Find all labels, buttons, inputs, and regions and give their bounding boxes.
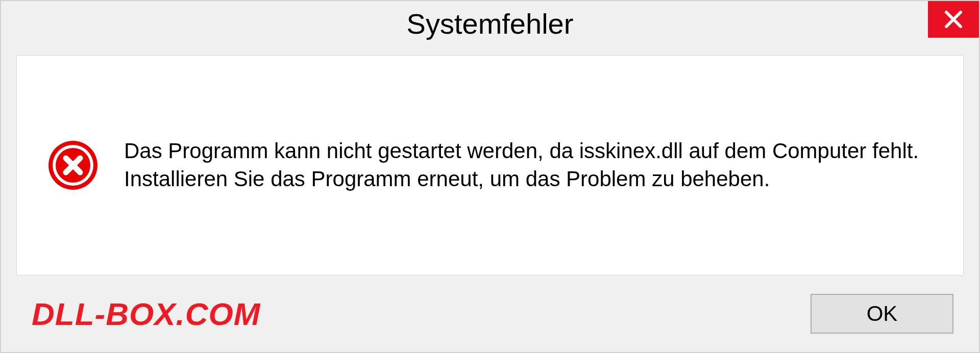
error-message: Das Programm kann nicht gestartet werden… bbox=[124, 137, 933, 193]
content-panel: Das Programm kann nicht gestartet werden… bbox=[16, 55, 964, 275]
error-dialog: Systemfehler Das Programm kann nicht ges… bbox=[0, 0, 980, 353]
close-button[interactable] bbox=[928, 1, 979, 38]
close-icon bbox=[943, 9, 964, 30]
dialog-title: Systemfehler bbox=[407, 7, 574, 40]
watermark-text: DLL-BOX.COM bbox=[32, 296, 260, 332]
ok-button[interactable]: OK bbox=[811, 294, 953, 334]
titlebar: Systemfehler bbox=[1, 1, 979, 46]
dialog-footer: DLL-BOX.COM OK bbox=[1, 275, 979, 352]
error-circle-icon bbox=[47, 140, 99, 191]
